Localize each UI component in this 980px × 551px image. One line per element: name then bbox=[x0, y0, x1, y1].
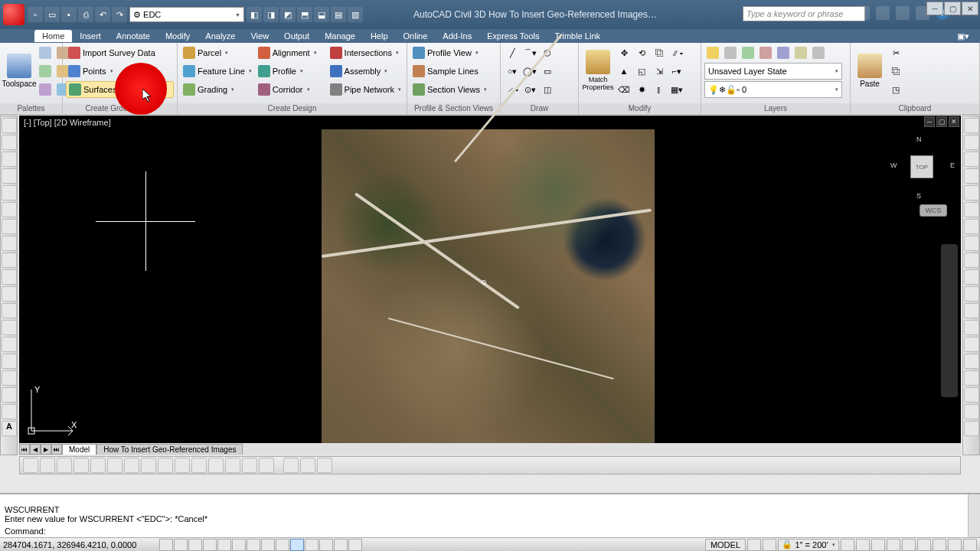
rtb-10[interactable] bbox=[964, 269, 979, 285]
profile-button[interactable]: Profile▾ bbox=[256, 63, 326, 80]
osnap-16[interactable] bbox=[283, 458, 299, 473]
sb-r6[interactable] bbox=[887, 539, 900, 551]
fillet-button[interactable]: ⌐▾ bbox=[668, 63, 685, 80]
line-button[interactable]: ╱ bbox=[504, 44, 521, 61]
sb-r10[interactable] bbox=[948, 539, 962, 551]
sb-polar[interactable] bbox=[217, 539, 231, 551]
osnap-6[interactable] bbox=[107, 458, 122, 473]
qat-icon-5[interactable]: ⬓ bbox=[314, 7, 329, 22]
qat-undo-icon[interactable]: ↶ bbox=[95, 7, 110, 22]
menu-view[interactable]: View bbox=[243, 30, 276, 42]
layout-nav-prev[interactable]: ◀ bbox=[30, 444, 41, 455]
panel-title-design[interactable]: Create Design bbox=[178, 103, 407, 113]
sb-r1[interactable] bbox=[747, 539, 761, 551]
draw-btn-9[interactable]: ◫ bbox=[539, 81, 556, 98]
menu-output[interactable]: Output bbox=[276, 30, 317, 42]
layer-props-button[interactable] bbox=[704, 44, 721, 61]
layer-dropdown[interactable]: 💡❄🔓▫ 0▾ bbox=[704, 81, 842, 98]
command-window[interactable]: WSCURRENT Enter new value for WSCURRENT … bbox=[0, 493, 980, 537]
rtb-14[interactable] bbox=[964, 337, 979, 352]
menu-express[interactable]: Express Tools bbox=[479, 30, 547, 42]
qat-save-icon[interactable]: ▪ bbox=[61, 7, 77, 22]
layer-btn-7[interactable] bbox=[810, 44, 827, 61]
ltb-15[interactable] bbox=[2, 354, 17, 369]
circle-button[interactable]: ○▾ bbox=[504, 63, 521, 80]
assembly-button[interactable]: Assembly▾ bbox=[328, 63, 403, 80]
toolspace-button[interactable]: Toolspace bbox=[3, 44, 35, 96]
copy-button[interactable]: ⿻ bbox=[651, 44, 668, 61]
menu-online[interactable]: Online bbox=[396, 30, 436, 42]
menu-annotate[interactable]: Annotate bbox=[109, 30, 158, 42]
layer-btn-3[interactable] bbox=[740, 44, 756, 61]
osnap-8[interactable] bbox=[141, 458, 156, 473]
sb-r8[interactable] bbox=[917, 539, 931, 551]
menu-insert[interactable]: Insert bbox=[72, 30, 109, 42]
pipe-network-button[interactable]: Pipe Network▾ bbox=[328, 81, 403, 98]
rtb-19[interactable] bbox=[964, 421, 979, 436]
panel-title-ground[interactable]: Create Ground Data bbox=[63, 103, 177, 113]
ltb-19[interactable]: A bbox=[2, 421, 17, 436]
coordinates-readout[interactable]: 284704.1671, 326946.4210, 0.0000 bbox=[3, 540, 156, 549]
layout-tab-1[interactable]: How To Insert Geo-Referenced Images bbox=[96, 444, 243, 455]
rtb-9[interactable] bbox=[964, 253, 979, 268]
sb-ortho[interactable] bbox=[203, 539, 217, 551]
rtb-17[interactable] bbox=[964, 387, 979, 403]
ltb-5[interactable] bbox=[2, 185, 17, 201]
ltb-1[interactable] bbox=[2, 118, 17, 133]
osnap-5[interactable] bbox=[90, 458, 106, 473]
intersections-button[interactable]: Intersections▾ bbox=[328, 44, 403, 61]
vp-maximize-button[interactable]: ▢ bbox=[936, 116, 947, 127]
sb-snap[interactable] bbox=[174, 539, 188, 551]
layer-btn-2[interactable] bbox=[722, 44, 739, 61]
close-button[interactable]: ✕ bbox=[962, 2, 978, 15]
panel-title-layers[interactable]: Layers bbox=[701, 103, 850, 113]
sb-model-button[interactable]: MODEL bbox=[705, 539, 746, 551]
layout-nav-next[interactable]: ▶ bbox=[41, 444, 51, 455]
osnap-4[interactable] bbox=[74, 458, 89, 473]
rtb-15[interactable] bbox=[964, 354, 979, 369]
layer-btn-4[interactable] bbox=[757, 44, 774, 61]
vp-close-button[interactable]: ✕ bbox=[949, 116, 959, 127]
sb-dyn[interactable] bbox=[290, 539, 304, 551]
layer-state-dropdown[interactable]: Unsaved Layer State▾ bbox=[704, 63, 842, 80]
cmd-prompt[interactable]: Command: bbox=[5, 527, 975, 536]
sb-scale-dropdown[interactable]: 🔒1" = 200'▾ bbox=[778, 539, 839, 551]
osnap-1[interactable] bbox=[23, 458, 38, 473]
osnap-9[interactable] bbox=[158, 458, 173, 473]
sb-r3[interactable] bbox=[841, 539, 854, 551]
ltb-9[interactable] bbox=[2, 253, 17, 268]
sb-r4[interactable] bbox=[856, 539, 870, 551]
rotate-button[interactable]: ⟲ bbox=[633, 44, 650, 61]
rtb-12[interactable] bbox=[964, 303, 979, 318]
mirror-button[interactable]: ▲ bbox=[616, 63, 632, 80]
offset-button[interactable]: ⫿ bbox=[651, 81, 668, 98]
qat-icon-7[interactable]: ▥ bbox=[348, 7, 363, 22]
rtb-8[interactable] bbox=[964, 236, 979, 251]
qat-new-icon[interactable]: ▫ bbox=[28, 7, 43, 22]
sb-tpy[interactable] bbox=[319, 539, 333, 551]
palette-btn-3[interactable] bbox=[37, 63, 54, 80]
menu-analyze[interactable]: Analyze bbox=[198, 30, 243, 42]
osnap-12[interactable] bbox=[208, 458, 224, 473]
sb-r2[interactable] bbox=[763, 539, 776, 551]
layout-tab-model[interactable]: Model bbox=[62, 444, 96, 455]
sb-sc[interactable] bbox=[348, 539, 362, 551]
view-cube[interactable]: N S E W TOP bbox=[892, 137, 953, 198]
rtb-18[interactable] bbox=[964, 404, 979, 419]
points-button[interactable]: Points▾ bbox=[66, 63, 174, 80]
explode-button[interactable]: ✸ bbox=[633, 81, 650, 98]
rect-button[interactable]: ▭ bbox=[539, 63, 556, 80]
rtb-16[interactable] bbox=[964, 370, 979, 386]
osnap-10[interactable] bbox=[175, 458, 190, 473]
search-input[interactable]: Type a keyword or phrase bbox=[743, 6, 865, 21]
draw-btn-8[interactable]: ⊙▾ bbox=[521, 81, 538, 98]
cmd-scrollbar[interactable] bbox=[968, 494, 980, 537]
ltb-14[interactable] bbox=[2, 337, 17, 352]
stretch-button[interactable]: ⇲ bbox=[651, 63, 668, 80]
ltb-18[interactable] bbox=[2, 404, 17, 419]
minimize-button[interactable]: ─ bbox=[926, 2, 943, 15]
app-icon[interactable] bbox=[3, 4, 24, 25]
panel-title-clipboard[interactable]: Clipboard bbox=[851, 103, 979, 113]
maximize-button[interactable]: ▢ bbox=[944, 2, 961, 15]
rtb-11[interactable] bbox=[964, 286, 979, 302]
